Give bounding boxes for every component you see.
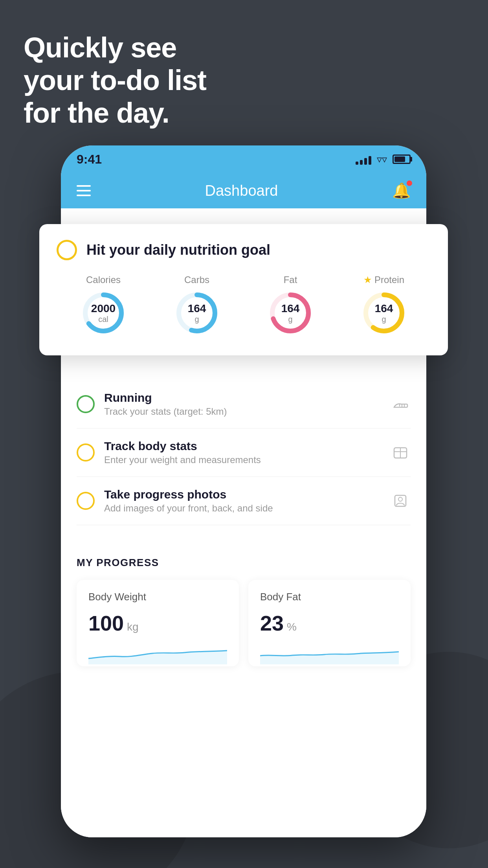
card-title: Hit your daily nutrition goal: [86, 242, 270, 258]
progress-title: MY PROGRESS: [77, 557, 411, 569]
wifi-icon: ▿▿: [377, 153, 387, 166]
hero-line3: for the day.: [24, 97, 206, 129]
todo-item-photos[interactable]: Take progress photos Add images of your …: [77, 477, 411, 525]
sparkline-weight: [88, 641, 227, 666]
donut-protein: 164 g: [360, 289, 407, 337]
hero-line1: Quickly see: [24, 31, 206, 64]
nutrition-label-protein: ★ Protein: [363, 274, 404, 285]
progress-section: MY PROGRESS Body Weight 100 kg: [61, 541, 426, 666]
hero-text: Quickly see your to-do list for the day.: [24, 31, 206, 129]
nutrition-item-protein: ★ Protein 164 g: [360, 274, 407, 337]
shoe-icon: [390, 394, 411, 414]
progress-label-weight: Body Weight: [88, 591, 227, 603]
nutrition-label-carbs: Carbs: [184, 274, 209, 285]
progress-value-fat: 23: [260, 611, 284, 635]
star-icon: ★: [363, 274, 372, 285]
donut-unit-protein: g: [375, 314, 393, 323]
progress-value-row-weight: 100 kg: [88, 611, 227, 635]
donut-calories: 2000 cal: [80, 289, 127, 337]
todo-text-body-stats: Track body stats Enter your weight and m…: [104, 440, 381, 465]
nutrition-item-fat: Fat 164 g: [267, 274, 314, 337]
donut-value-fat: 164: [281, 303, 300, 315]
todo-title-running: Running: [104, 391, 381, 405]
progress-value-weight: 100: [88, 611, 124, 635]
hero-line2: your to-do list: [24, 64, 206, 97]
nutrition-row: Calories 2000 cal Carbs: [57, 274, 431, 337]
todo-list: Running Track your stats (target: 5km): [61, 380, 426, 525]
circle-check-icon: [57, 240, 77, 260]
person-icon: [390, 491, 411, 511]
todo-item-running[interactable]: Running Track your stats (target: 5km): [77, 380, 411, 428]
floating-nutrition-card: Hit your daily nutrition goal Calories 2…: [39, 224, 448, 355]
svg-point-4: [398, 497, 402, 501]
todo-circle-body-stats: [77, 443, 95, 462]
notification-dot: [407, 180, 412, 186]
nutrition-item-calories: Calories 2000 cal: [80, 274, 127, 337]
donut-fat: 164 g: [267, 289, 314, 337]
status-bar: 9:41 ▿▿: [61, 145, 426, 173]
todo-item-body-stats[interactable]: Track body stats Enter your weight and m…: [77, 428, 411, 477]
donut-unit-fat: g: [281, 314, 300, 323]
progress-value-row-fat: 23 %: [260, 611, 399, 635]
nutrition-item-carbs: Carbs 164 g: [173, 274, 220, 337]
todo-circle-photos: [77, 492, 95, 510]
donut-value-protein: 164: [375, 303, 393, 315]
app-header: Dashboard 🔔: [61, 173, 426, 208]
hamburger-menu[interactable]: [77, 185, 91, 196]
donut-carbs: 164 g: [173, 289, 220, 337]
battery-icon: [393, 154, 411, 164]
progress-label-fat: Body Fat: [260, 591, 399, 603]
todo-text-running: Running Track your stats (target: 5km): [104, 391, 381, 417]
signal-icon: [356, 154, 371, 165]
todo-sub-photos: Add images of your front, back, and side: [104, 503, 381, 514]
donut-value-carbs: 164: [188, 303, 206, 315]
progress-card-fat[interactable]: Body Fat 23 %: [248, 580, 411, 666]
status-icons: ▿▿: [356, 153, 411, 166]
progress-unit-fat: %: [287, 621, 297, 633]
progress-cards: Body Weight 100 kg: [77, 580, 411, 666]
todo-title-body-stats: Track body stats: [104, 440, 381, 453]
nutrition-label-calories: Calories: [86, 274, 121, 285]
progress-card-weight[interactable]: Body Weight 100 kg: [77, 580, 239, 666]
header-title: Dashboard: [205, 182, 278, 199]
todo-sub-running: Track your stats (target: 5km): [104, 406, 381, 417]
donut-unit-carbs: g: [188, 314, 206, 323]
card-title-row: Hit your daily nutrition goal: [57, 240, 431, 260]
todo-sub-body-stats: Enter your weight and measurements: [104, 454, 381, 465]
donut-value-calories: 2000: [91, 303, 116, 315]
todo-circle-running: [77, 395, 95, 413]
bell-icon[interactable]: 🔔: [392, 182, 411, 199]
progress-unit-weight: kg: [127, 621, 139, 633]
todo-text-photos: Take progress photos Add images of your …: [104, 488, 381, 514]
todo-title-photos: Take progress photos: [104, 488, 381, 501]
donut-unit-calories: cal: [91, 314, 116, 323]
scale-icon: [390, 442, 411, 463]
status-time: 9:41: [77, 152, 102, 167]
nutrition-label-fat: Fat: [284, 274, 297, 285]
sparkline-fat: [260, 641, 399, 666]
